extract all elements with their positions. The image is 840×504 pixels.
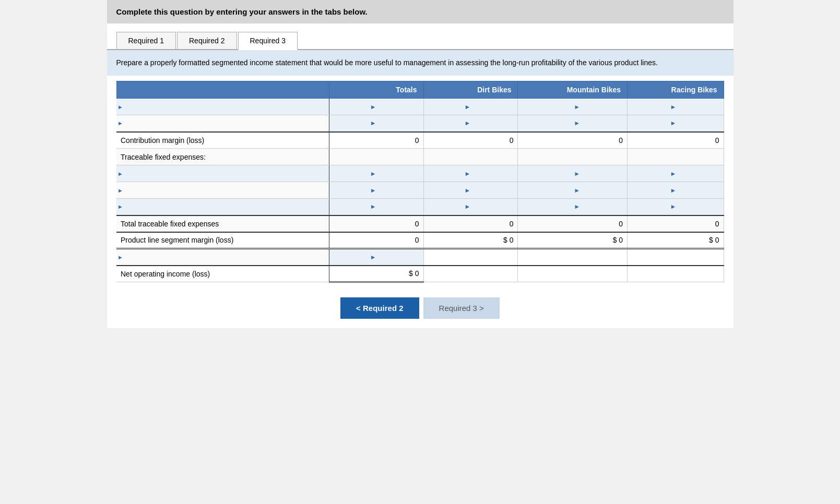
input-dirt-3[interactable]	[471, 170, 513, 178]
description-text: Prepare a properly formatted segmented i…	[116, 58, 658, 67]
bottom-buttons: < Required 2 Required 3 >	[107, 288, 733, 328]
row-cell-racing-4[interactable]: ►	[628, 182, 724, 199]
val-total-traceable-mountain: 0	[518, 215, 628, 232]
arrow-icon: ►	[574, 170, 580, 177]
val-net-income-racing	[628, 266, 724, 282]
input-mountain-2[interactable]	[581, 119, 623, 127]
arrow-icon: ►	[670, 170, 677, 177]
left-arrow-icon: ►	[117, 203, 123, 210]
input-racing-4[interactable]	[678, 186, 719, 195]
table-row-contribution: Contribution margin (loss) 0 0 0 0	[116, 132, 724, 149]
row-cell-totals-2[interactable]: ►	[329, 115, 423, 132]
row-label-5: ►	[116, 199, 329, 215]
input-racing-3[interactable]	[678, 170, 719, 178]
prev-button[interactable]: < Required 2	[340, 297, 419, 319]
row-cell-dirt-4[interactable]: ►	[423, 182, 518, 199]
left-arrow-icon: ►	[117, 104, 123, 110]
input-dirt-4[interactable]	[471, 186, 513, 195]
row-cell-racing-5[interactable]: ►	[628, 199, 724, 215]
input-dirt-2[interactable]	[471, 119, 513, 127]
row-label-4: ►	[116, 182, 329, 199]
row-cell-totals-1[interactable]: ►	[329, 99, 423, 115]
tabs-area: Required 1 Required 2 Required 3	[107, 23, 733, 50]
input-totals-1[interactable]	[377, 103, 419, 111]
arrow-icon: ►	[574, 203, 580, 210]
input-totals-5[interactable]	[377, 202, 419, 211]
table-container: Totals Dirt Bikes Mountain Bikes Racing …	[107, 76, 733, 288]
val-total-traceable-totals: 0	[329, 215, 423, 232]
row-cell-totals-6[interactable]: ►	[329, 249, 423, 266]
val-product-line-dirt: $ 0	[423, 232, 518, 249]
tab-required2[interactable]: Required 2	[177, 32, 237, 49]
input-dirt-1[interactable]	[471, 103, 513, 111]
row-cell-totals-4[interactable]: ►	[329, 182, 423, 199]
arrow-icon: ►	[670, 187, 677, 194]
row-cell-racing-3[interactable]: ►	[628, 165, 724, 182]
val-contribution-mountain: 0	[518, 132, 628, 149]
next-button[interactable]: Required 3 >	[423, 297, 500, 319]
input-mountain-5[interactable]	[581, 202, 623, 211]
row-cell-mountain-4[interactable]: ►	[518, 182, 628, 199]
instruction-bar: Complete this question by entering your …	[107, 0, 733, 23]
input-racing-2[interactable]	[678, 119, 719, 127]
val-product-line-totals: 0	[329, 232, 423, 249]
arrow-icon: ►	[465, 203, 471, 210]
row-cell-racing-2[interactable]: ►	[628, 115, 724, 132]
table-row: ► ► ►	[116, 199, 724, 215]
val-product-line-racing: $ 0	[628, 232, 724, 249]
row-label-6: ►	[116, 249, 329, 266]
val-traceable-totals	[329, 149, 423, 165]
val-net-income: $ 0	[329, 266, 423, 282]
row-cell-dirt-3[interactable]: ►	[423, 165, 518, 182]
row-cell-mountain-2[interactable]: ►	[518, 115, 628, 132]
input-racing-1[interactable]	[678, 103, 719, 111]
left-arrow-icon: ►	[117, 120, 123, 126]
row-cell-mountain-1[interactable]: ►	[518, 99, 628, 115]
val-total-traceable-dirt: 0	[423, 215, 518, 232]
row-cell-racing-1[interactable]: ►	[628, 99, 724, 115]
input-mountain-1[interactable]	[581, 103, 623, 111]
col-header-totals: Totals	[329, 81, 423, 99]
input-totals-2[interactable]	[377, 119, 419, 127]
arrow-icon: ►	[574, 187, 580, 194]
row-cell-mountain-5[interactable]: ►	[518, 199, 628, 215]
arrow-icon: ►	[370, 254, 376, 261]
row-cell-dirt-2[interactable]: ►	[423, 115, 518, 132]
val-product-line-mountain: $ 0	[518, 232, 628, 249]
val-traceable-racing	[628, 149, 724, 165]
input-totals-6[interactable]	[377, 253, 419, 261]
row-cell-totals-3[interactable]: ►	[329, 165, 423, 182]
col-header-label	[116, 81, 329, 99]
col-header-mountain: Mountain Bikes	[518, 81, 628, 99]
arrow-icon: ►	[370, 203, 376, 210]
row-cell-dirt-1[interactable]: ►	[423, 99, 518, 115]
left-arrow-icon: ►	[117, 171, 123, 177]
input-mountain-4[interactable]	[581, 186, 623, 195]
input-mountain-3[interactable]	[581, 170, 623, 178]
input-dirt-5[interactable]	[471, 202, 513, 211]
input-totals-3[interactable]	[377, 170, 419, 178]
val-traceable-mountain	[518, 149, 628, 165]
arrow-icon: ►	[465, 119, 471, 127]
table-row: ► ►	[116, 249, 724, 266]
label-traceable: Traceable fixed expenses:	[116, 149, 329, 165]
val-contribution-dirt: 0	[423, 132, 518, 149]
row-cell-dirt-5[interactable]: ►	[423, 199, 518, 215]
row-label-2: ►	[116, 115, 329, 132]
val-net-income-mountain	[518, 266, 628, 282]
arrow-icon: ►	[574, 119, 580, 127]
col-header-dirt: Dirt Bikes	[423, 81, 518, 99]
input-totals-4[interactable]	[377, 186, 419, 195]
income-statement-table: Totals Dirt Bikes Mountain Bikes Racing …	[116, 81, 724, 283]
row-cell-mountain-3[interactable]: ►	[518, 165, 628, 182]
tab-required1[interactable]: Required 1	[116, 32, 176, 49]
instruction-text: Complete this question by entering your …	[116, 7, 368, 16]
row-cell-mountain-6	[518, 249, 628, 266]
row-label-1: ►	[116, 99, 329, 115]
page-wrapper: Complete this question by entering your …	[107, 0, 733, 328]
col-header-racing: Racing Bikes	[628, 81, 724, 99]
row-cell-totals-5[interactable]: ►	[329, 199, 423, 215]
tab-required3[interactable]: Required 3	[238, 32, 298, 50]
input-racing-5[interactable]	[678, 202, 719, 211]
row-label-3: ►	[116, 165, 329, 182]
